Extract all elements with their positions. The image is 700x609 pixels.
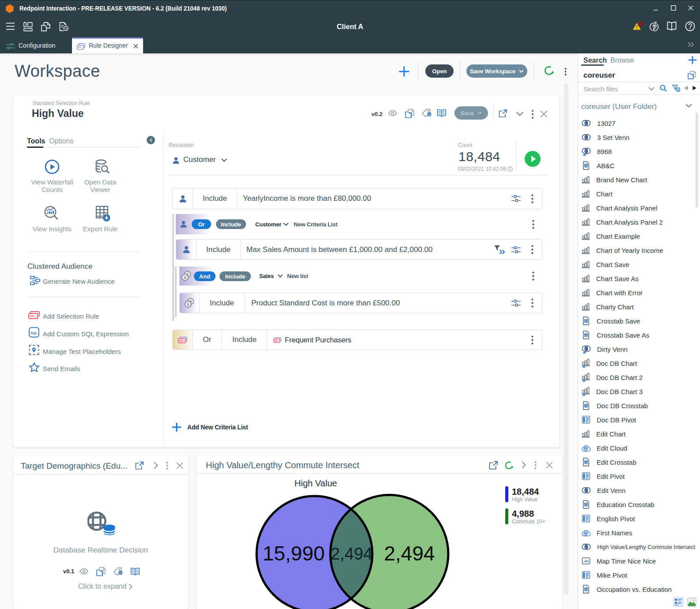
svg-text:$: $ [184, 275, 186, 280]
svg-text:15,990: 15,990 [263, 542, 325, 565]
svg-text:2,494: 2,494 [330, 545, 372, 563]
svg-text:v2: v2 [428, 113, 431, 116]
svg-text:v1: v1 [119, 571, 122, 574]
svg-text:$: $ [187, 302, 189, 307]
svg-text:2,494: 2,494 [384, 542, 435, 565]
svg-text:SQL: SQL [30, 331, 38, 335]
